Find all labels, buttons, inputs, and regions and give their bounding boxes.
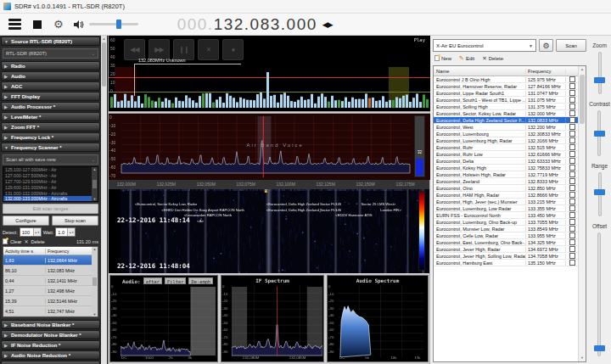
sidebar-panel-radio[interactable]: ▶Radio xyxy=(1,61,100,70)
stop-button[interactable] xyxy=(33,20,42,29)
scan-range-list[interactable]: ▲▼ 125.100-127.000MHz - Air127.000-127.5… xyxy=(3,166,98,202)
group-select[interactable]: X-Air EU Eurocontrol▼ xyxy=(433,39,536,52)
frequency-row[interactable]: Eurocontrol, Celle Low, Radar133.955 MHz xyxy=(434,232,578,239)
scan-mode-select[interactable]: Scan all with save new⌄ xyxy=(3,154,98,165)
frequency-step-arrows[interactable]: ◀▶ xyxy=(322,20,333,29)
zoom-slider-thumb[interactable] xyxy=(594,77,605,83)
row-checkbox[interactable] xyxy=(569,232,575,238)
row-checkbox[interactable] xyxy=(569,131,575,137)
wait-input[interactable]: 1.0▲▼ xyxy=(55,227,76,237)
frequency-row[interactable]: Eurocontrol, Delta High Zeeland Sector F… xyxy=(434,117,578,124)
scan-range-item[interactable]: 131.000-132.000MHz - Aircrafts xyxy=(3,190,92,196)
delete-entry-button[interactable]: ✕ Delete xyxy=(482,55,503,62)
row-checkbox[interactable] xyxy=(569,192,575,198)
clear-button[interactable]: Clear xyxy=(10,239,21,244)
frequency-row[interactable]: Eurocontrol, West132.200 MHz xyxy=(434,124,578,131)
frequency-row[interactable]: Eurocontrol, Delta132.63333 MHz xyxy=(434,158,578,165)
frequency-table-scrollbar[interactable]: ▲▼ xyxy=(578,66,586,361)
sidebar-panel-if-noise-reduction[interactable]: ▶IF Noise Reduction * xyxy=(1,340,100,350)
audio-after-button[interactable]: after xyxy=(143,277,162,284)
scan-range-item[interactable]: 127.700-129.500MHz - Air xyxy=(3,179,92,185)
offset-slider[interactable] xyxy=(593,232,606,356)
sidebar-panel-frequency-scanner[interactable]: ▼Frequency Scanner * xyxy=(1,143,100,152)
row-checkbox[interactable] xyxy=(569,239,575,245)
audio-filter-button[interactable]: Filter xyxy=(165,277,186,284)
group-settings-button[interactable]: ⚙ xyxy=(539,39,553,52)
frequency-row[interactable]: Eurocontrol, South1 - West of TB1, Lippe… xyxy=(434,97,578,104)
sidebar-panel-fft-display[interactable]: ▶FFT Display xyxy=(1,92,100,101)
edit-scan-ranges-button[interactable]: Edit scan ranges xyxy=(3,204,98,214)
frequency-row[interactable]: Eurocontrol, Jever High, Solling Low, Ra… xyxy=(434,253,578,260)
frequency-row[interactable]: Eurocontrol, Ruhr Low132.61666 MHz xyxy=(434,151,578,158)
row-checkbox[interactable] xyxy=(569,212,575,218)
row-checkbox[interactable] xyxy=(569,83,575,89)
configure-button[interactable]: Configure xyxy=(3,216,49,226)
new-entry-button[interactable]: New xyxy=(434,55,451,61)
frequency-row[interactable]: Eurocontrol, Luxemburg High, Radar132.31… xyxy=(434,137,578,144)
row-checkbox[interactable] xyxy=(569,185,575,191)
frequency-row[interactable]: Eurocontrol, Hamburg East135.150 MHz xyxy=(434,260,578,266)
frequency-row[interactable]: Eurocontrol, Munster Low, Radar133.8549 … xyxy=(434,226,578,232)
sidebar-panel-source-rtl-sdr-r820t[interactable]: ▼Source RTL-SDR (R820T) xyxy=(1,36,100,46)
activity-row[interactable]: 86,10132,083 MHz xyxy=(3,266,92,276)
frequency-row[interactable]: Eurocontrol, Luxemburg, Olno Back-up133.… xyxy=(434,219,578,226)
menu-icon[interactable] xyxy=(8,19,21,30)
activity-table-scrollbar[interactable]: ▲▼ xyxy=(92,247,98,316)
speaker-icon[interactable] xyxy=(74,17,84,32)
scan-range-item[interactable]: 132.000-133.000MHz - Aircrafts xyxy=(3,196,92,202)
row-checkbox[interactable] xyxy=(569,165,575,171)
frequency-row[interactable]: Eurocontrol, Zeeland132.8333 MHz xyxy=(434,178,578,185)
frequency-table-header[interactable]: Name Frequency xyxy=(434,66,578,76)
frequency-row[interactable]: Eurocontrol, Hannover Reserve, Radar127.… xyxy=(434,83,578,90)
scan-range-item[interactable]: 129.600-131.000MHz - Air xyxy=(3,184,92,190)
activity-table-header[interactable]: Activity time s. Frequency xyxy=(3,247,92,255)
if-spectrum-panel[interactable]: IF Spectrum 0-10-20-30-40-50-60-70-80-90… xyxy=(221,275,324,362)
main-spectrum-display[interactable]: 0-10-20-30-40-50-60-70 132,000M132,025M1… xyxy=(109,114,429,189)
waterfall-display[interactable]: 22-12-2016 11:48:14 22-12-2016 11:48:04 … xyxy=(109,189,429,273)
scan-range-item[interactable]: 125.100-127.000MHz - Air xyxy=(3,167,92,173)
row-checkbox[interactable] xyxy=(569,144,575,150)
row-checkbox[interactable] xyxy=(569,171,575,177)
offset-slider-thumb[interactable] xyxy=(594,345,605,351)
scan-button[interactable]: Scan xyxy=(556,39,586,52)
frequency-row[interactable]: Eurocontrol, Jever High, Radar134.6972 M… xyxy=(434,246,578,253)
audio-spectrum-panel[interactable]: Audio Spectrum 0-10-20-30-40-50-60-70-80… xyxy=(327,275,429,362)
row-checkbox[interactable] xyxy=(569,110,575,116)
frequency-row[interactable]: Eurocontrol, Luxemburg, Low Radar133.355… xyxy=(434,205,578,212)
row-checkbox[interactable] xyxy=(569,199,575,204)
volume-slider-thumb[interactable] xyxy=(116,20,121,29)
activity-row[interactable]: 15,39132,5146 MHz xyxy=(3,296,92,306)
frequency-row[interactable]: Eurocontrol, Luxembourg132.30833 MHz xyxy=(434,131,578,137)
sidebar-panel-frequency-lock[interactable]: ▶Frequency Lock * xyxy=(1,132,100,142)
source-device-select[interactable]: RTL-SDR (R820T)⌄ xyxy=(3,48,98,59)
range-slider[interactable] xyxy=(593,172,606,216)
row-checkbox[interactable] xyxy=(569,151,575,157)
activity-row[interactable]: 0,44132,1411 MHz xyxy=(3,276,92,286)
row-checkbox[interactable] xyxy=(569,205,575,211)
audio-deemph-button[interactable]: De-emph xyxy=(188,277,213,284)
frequency-row[interactable]: Eurocontrol, Lippe Radar South1131.0747 … xyxy=(434,90,578,97)
activity-row[interactable]: 1,63132,0664 MHz xyxy=(3,255,92,266)
row-checkbox[interactable] xyxy=(569,90,575,96)
sidebar-panel-zoom-fft[interactable]: ▶Zoom FFT * xyxy=(1,122,100,132)
frequency-row[interactable]: Eurocontrol, Sector, Koksy Low, Radar132… xyxy=(434,110,578,117)
row-checkbox[interactable] xyxy=(569,97,575,103)
row-checkbox[interactable] xyxy=(569,117,575,123)
edit-entry-button[interactable]: ✎ Edit xyxy=(459,55,474,62)
scan-range-item[interactable]: 127.000-127.500MHz - Air xyxy=(3,173,92,179)
row-checkbox[interactable] xyxy=(569,124,575,130)
detect-input[interactable]: 100▲▼ xyxy=(20,227,42,237)
volume-slider[interactable] xyxy=(89,23,138,25)
frequency-row[interactable]: EURN FSS - Eurocontrol North133.450 MHz xyxy=(434,212,578,219)
row-checkbox[interactable] xyxy=(569,158,575,164)
frequency-row[interactable]: Eurocontrol, Holstein High, Radar132.771… xyxy=(434,171,578,178)
sidebar-scrollbar[interactable]: ▲ xyxy=(101,36,107,364)
delete-button[interactable]: Delete xyxy=(31,239,44,244)
row-checkbox[interactable] xyxy=(569,137,575,143)
sidebar-panel-agc[interactable]: ▶AGC xyxy=(1,81,100,91)
frequency-row[interactable]: Eurocontrol, High, Jever (sec.) Munster1… xyxy=(434,199,578,205)
row-checkbox[interactable] xyxy=(569,178,575,184)
sidebar-panel-audio-processor[interactable]: ▶Audio Processor * xyxy=(1,102,100,111)
frequency-row[interactable]: Eurocontrol, East, Luxemburg, Olno Back-… xyxy=(434,239,578,246)
range-slider-thumb[interactable] xyxy=(594,189,605,195)
